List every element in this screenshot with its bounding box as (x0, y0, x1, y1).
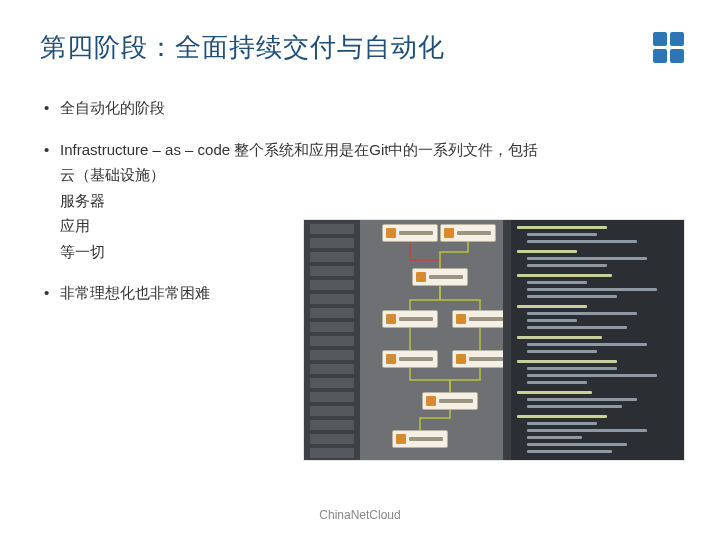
slide-title: 第四阶段：全面持续交付与自动化 (40, 30, 445, 65)
bullet-1-text: 全自动化的阶段 (60, 99, 165, 116)
title-row: 第四阶段：全面持续交付与自动化 (40, 30, 680, 65)
flow-node (382, 350, 438, 368)
diagram-sidebar (304, 220, 360, 460)
footer-text: ChinaNetCloud (0, 508, 720, 522)
code-editor-panel (503, 220, 684, 460)
flow-node (452, 350, 503, 368)
bullet-2-line1: Infrastructure – as – code 整个系统和应用是在Git中… (60, 141, 538, 158)
sub-server: 服务器 (60, 188, 680, 214)
flow-node (392, 430, 448, 448)
logo-icon (653, 32, 684, 63)
flow-links (360, 220, 503, 460)
flow-diagram-panel (304, 220, 503, 460)
embedded-screenshot (304, 220, 684, 460)
flow-node (382, 310, 438, 328)
flow-node (422, 392, 478, 410)
code-gutter (503, 220, 511, 460)
diagram-canvas (360, 220, 503, 460)
flow-node (440, 224, 496, 242)
bullet-1: 全自动化的阶段 (40, 95, 680, 121)
slide: 第四阶段：全面持续交付与自动化 全自动化的阶段 Infrastructure –… (0, 0, 720, 540)
flow-node (412, 268, 468, 286)
flow-node (382, 224, 438, 242)
sub-cloud: 云（基础设施） (60, 162, 680, 188)
flow-node (452, 310, 503, 328)
bullet-3-text: 非常理想化也非常困难 (60, 284, 210, 301)
